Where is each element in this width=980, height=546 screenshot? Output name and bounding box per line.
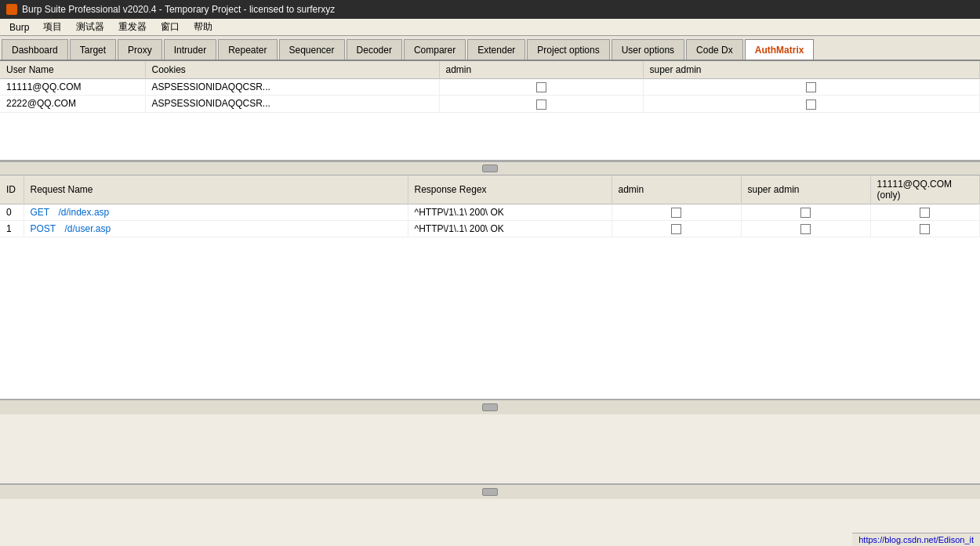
- col-header-admin2: admin: [612, 175, 741, 204]
- req-method: POST: [31, 223, 56, 234]
- tab-project-options[interactable]: Project options: [527, 39, 609, 60]
- col-header-reqname: Request Name: [24, 175, 408, 204]
- mid-scroll-divider[interactable]: [0, 400, 980, 414]
- users-table: User Name Cookies admin super admin 1111…: [0, 61, 980, 113]
- col-header-admin: admin: [439, 61, 643, 79]
- user-admin-cell[interactable]: [439, 79, 643, 96]
- user-cookies-cell: ASPSESSIONIDAQQCSR...: [145, 96, 439, 112]
- req-superadmin-checkbox[interactable]: [800, 224, 811, 234]
- req-user-cell[interactable]: [870, 204, 980, 220]
- req-admin-checkbox[interactable]: [671, 208, 681, 218]
- tab-codedx[interactable]: Code Dx: [686, 39, 743, 60]
- req-admin-cell[interactable]: [612, 220, 741, 237]
- menu-burp[interactable]: Burp: [3, 21, 35, 34]
- user-name-cell: 11111@QQ.COM: [0, 79, 145, 96]
- tab-extender[interactable]: Extender: [467, 39, 525, 60]
- bottom-panels: [0, 399, 980, 546]
- tab-user-options[interactable]: User options: [612, 39, 684, 60]
- menu-project[interactable]: 项目: [37, 20, 68, 34]
- req-admin-cell[interactable]: [612, 204, 741, 220]
- req-superadmin-checkbox[interactable]: [800, 208, 811, 218]
- col-header-user2: 11111@QQ.COM (only): [870, 175, 980, 204]
- req-name-cell: POST /d/user.asp: [24, 220, 408, 237]
- requests-table-container: ID Request Name Response Regex admin sup…: [0, 175, 980, 287]
- main-content: User Name Cookies admin super admin 1111…: [0, 61, 980, 546]
- tab-decoder[interactable]: Decoder: [347, 39, 402, 60]
- user-superadmin-cell[interactable]: [643, 79, 980, 96]
- footer-url: https://blog.csdn.net/Edison_it: [858, 535, 974, 544]
- req-path: /d/user.asp: [65, 223, 111, 234]
- tab-proxy[interactable]: Proxy: [118, 39, 162, 60]
- bottom-scroll-divider[interactable]: [0, 485, 980, 499]
- burp-logo-icon: [6, 4, 17, 15]
- user-superadmin-cell[interactable]: [643, 96, 980, 112]
- request-row-0: 0 GET /d/index.asp ^HTTP\/1\.1\ 200\ OK: [0, 204, 980, 220]
- req-user-cell[interactable]: [870, 220, 980, 237]
- user-cookies-cell: ASPSESSIONIDAQQCSR...: [145, 79, 439, 96]
- footer: https://blog.csdn.net/Edison_it: [852, 533, 980, 546]
- requests-table: ID Request Name Response Regex admin sup…: [0, 175, 980, 238]
- req-user-checkbox[interactable]: [920, 224, 930, 234]
- req-method: GET: [31, 207, 50, 218]
- users-table-header: User Name Cookies admin super admin: [0, 61, 980, 79]
- mid-scrollbar-thumb[interactable]: [482, 403, 498, 411]
- requests-table-header: ID Request Name Response Regex admin sup…: [0, 175, 980, 204]
- req-superadmin-cell[interactable]: [741, 204, 870, 220]
- req-superadmin-cell[interactable]: [741, 220, 870, 237]
- col-header-regex: Response Regex: [408, 175, 612, 204]
- tab-dashboard[interactable]: Dashboard: [2, 39, 68, 60]
- bottom-empty-panel: [0, 499, 980, 546]
- admin-checkbox[interactable]: [536, 82, 546, 92]
- menu-repeater[interactable]: 重发器: [112, 20, 153, 34]
- menu-bar: Burp 项目 测试器 重发器 窗口 帮助: [0, 19, 980, 36]
- col-header-superadmin2: super admin: [741, 175, 870, 204]
- user-row-0: 11111@QQ.COM ASPSESSIONIDAQQCSR...: [0, 79, 980, 96]
- req-name-cell: GET /d/index.asp: [24, 204, 408, 220]
- upper-scrollbar-thumb[interactable]: [482, 165, 498, 172]
- tab-repeater[interactable]: Repeater: [218, 39, 277, 60]
- req-id-cell: 1: [0, 220, 24, 237]
- app-title: Burp Suite Professional v2020.4 - Tempor…: [22, 4, 335, 15]
- col-header-username: User Name: [0, 61, 145, 79]
- user-name-cell: 2222@QQ.COM: [0, 96, 145, 112]
- title-bar: Burp Suite Professional v2020.4 - Tempor…: [0, 0, 980, 19]
- req-regex-cell: ^HTTP\/1\.1\ 200\ OK: [408, 220, 612, 237]
- req-user-checkbox[interactable]: [920, 208, 930, 218]
- req-regex-cell: ^HTTP\/1\.1\ 200\ OK: [408, 204, 612, 220]
- req-admin-checkbox[interactable]: [671, 224, 681, 234]
- tab-intruder[interactable]: Intruder: [164, 39, 216, 60]
- tab-comparer[interactable]: Comparer: [404, 39, 466, 60]
- admin-checkbox[interactable]: [536, 99, 546, 110]
- menu-help[interactable]: 帮助: [187, 20, 219, 34]
- col-header-superadmin: super admin: [643, 61, 980, 79]
- tab-bar: Dashboard Target Proxy Intruder Repeater…: [0, 36, 980, 61]
- request-row-1: 1 POST /d/user.asp ^HTTP\/1\.1\ 200\ OK: [0, 220, 980, 237]
- lower-empty-space: [0, 287, 980, 399]
- users-table-body: 11111@QQ.COM ASPSESSIONIDAQQCSR... 2222@…: [0, 79, 980, 113]
- user-admin-cell[interactable]: [439, 96, 643, 112]
- upper-scroll-divider[interactable]: [0, 161, 980, 175]
- tab-authmatrix[interactable]: AuthMatrix: [745, 39, 815, 60]
- upper-section: User Name Cookies admin super admin 1111…: [0, 61, 980, 161]
- req-id-cell: 0: [0, 204, 24, 220]
- menu-window[interactable]: 窗口: [154, 20, 186, 34]
- col-header-id: ID: [0, 175, 24, 204]
- user-row-1: 2222@QQ.COM ASPSESSIONIDAQQCSR...: [0, 96, 980, 112]
- bottom-scrollbar-thumb[interactable]: [482, 488, 498, 496]
- superadmin-checkbox[interactable]: [806, 82, 816, 92]
- superadmin-checkbox[interactable]: [806, 99, 816, 110]
- tab-sequencer[interactable]: Sequencer: [279, 39, 345, 60]
- col-header-cookies: Cookies: [145, 61, 439, 79]
- lower-section: ID Request Name Response Regex admin sup…: [0, 175, 980, 399]
- tab-target[interactable]: Target: [70, 39, 116, 60]
- menu-tester[interactable]: 测试器: [70, 20, 111, 34]
- requests-table-body: 0 GET /d/index.asp ^HTTP\/1\.1\ 200\ OK …: [0, 204, 980, 237]
- mid-empty-panel: [0, 414, 980, 483]
- req-path: /d/index.asp: [59, 207, 110, 218]
